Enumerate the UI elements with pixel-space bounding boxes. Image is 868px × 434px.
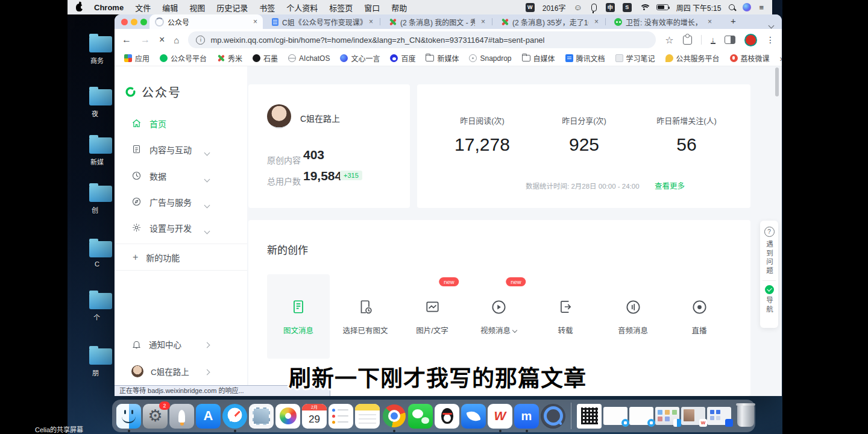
finder-icon[interactable] xyxy=(116,404,141,429)
menu-item-file[interactable]: 文件 xyxy=(135,2,151,13)
menu-item-view[interactable]: 视图 xyxy=(189,2,205,13)
back-button[interactable]: ← xyxy=(122,35,131,45)
mp-logo[interactable]: 公众号 xyxy=(125,83,181,101)
trash-icon[interactable] xyxy=(733,404,758,429)
qq-icon[interactable] xyxy=(435,404,459,429)
bookmark-star-icon[interactable]: ☆ xyxy=(665,34,673,46)
browser-menu-icon[interactable]: ⋮ xyxy=(766,35,775,45)
bookmark-lizhi[interactable]: 荔枝微课 xyxy=(730,53,770,63)
bookmarks-overflow-chevron[interactable]: » xyxy=(780,54,782,63)
profile-photo-avatar[interactable] xyxy=(267,104,291,128)
close-window-button[interactable] xyxy=(121,19,128,25)
bookmark-folder-selfmedia[interactable]: 自媒体 xyxy=(522,53,555,63)
emoji-status-icon[interactable]: ☺ xyxy=(573,3,582,11)
bookmark-snapdrop[interactable]: Snapdrop xyxy=(469,54,511,63)
tab-close-icon[interactable]: × xyxy=(481,17,485,26)
nav-guide-label[interactable]: 导航 xyxy=(764,297,774,314)
apple-menu-icon[interactable] xyxy=(76,4,83,11)
tab-close-icon[interactable]: × xyxy=(253,17,257,26)
url-text[interactable]: mp.weixin.qq.com/cgi-bin/home?t=home/ind… xyxy=(210,36,544,45)
sidebar-item-notifications[interactable]: 通知中心 xyxy=(115,333,247,355)
notes-icon[interactable] xyxy=(355,404,380,429)
thunder-icon[interactable] xyxy=(461,404,486,429)
creation-item-existing[interactable]: 选择已有图文 xyxy=(332,298,398,336)
creation-item-video[interactable]: 视频消息 xyxy=(465,298,532,336)
creation-item-image-text[interactable]: 图片/文字 xyxy=(399,298,465,336)
folder-icon[interactable] xyxy=(89,89,112,105)
zoom-window-button[interactable] xyxy=(140,19,147,25)
new-tab-button[interactable]: + xyxy=(731,16,736,26)
creation-item-repost[interactable]: 转载 xyxy=(532,298,599,336)
creation-item-tuwen[interactable]: 图文消息 xyxy=(265,298,332,336)
tab-weizhe-article[interactable]: 卫哲: 没有效率的增长，是在加 × xyxy=(609,14,717,29)
address-bar[interactable]: i mp.weixin.qq.com/cgi-bin/home?t=home/i… xyxy=(188,31,656,48)
forward-button[interactable]: → xyxy=(140,35,150,45)
creation-item-live[interactable]: 直播 xyxy=(666,298,732,336)
quicktime-icon[interactable] xyxy=(541,404,565,429)
bookmark-apps[interactable]: 应用 xyxy=(124,53,149,63)
wifi-icon[interactable] xyxy=(640,4,649,11)
app-store-icon[interactable]: A xyxy=(196,404,221,429)
tab-search-chevron-icon[interactable] xyxy=(769,19,773,30)
profile-avatar[interactable] xyxy=(744,34,757,46)
bookmark-public-service[interactable]: 公共服务平台 xyxy=(665,53,720,63)
creation-item-audio[interactable]: 音频消息 xyxy=(600,298,666,336)
nav-guide-icon[interactable] xyxy=(765,285,774,294)
tab-writing-course[interactable]: C姐《公众号写作变现课》 × xyxy=(266,14,379,29)
menu-item-edit[interactable]: 编辑 xyxy=(162,2,178,13)
menu-item-tabs[interactable]: 标签页 xyxy=(329,2,353,13)
reminders-icon[interactable] xyxy=(329,404,353,429)
sidebar-item-account[interactable]: C姐在路上 xyxy=(115,360,247,382)
menu-item-history[interactable]: 历史记录 xyxy=(216,2,248,13)
calendar-icon[interactable]: 2月 29 xyxy=(302,404,327,429)
home-button[interactable]: ⌂ xyxy=(174,35,179,45)
bookmark-wenxin[interactable]: 文心一言 xyxy=(340,53,380,63)
minimized-qr-window[interactable] xyxy=(577,404,602,429)
total-users-value[interactable]: 19,584 xyxy=(303,169,342,183)
folder-icon[interactable] xyxy=(89,241,112,257)
tab-gongzhonghao[interactable]: 公众号 × xyxy=(149,14,263,29)
minimized-safari-window[interactable] xyxy=(603,407,627,425)
tab-close-icon[interactable]: × xyxy=(708,17,712,26)
chrome-icon[interactable] xyxy=(382,404,406,429)
page-scrollbar[interactable] xyxy=(775,68,779,96)
bookmark-xiumi[interactable]: 秀米 xyxy=(217,53,242,63)
question-icon[interactable]: ? xyxy=(764,227,775,237)
menu-item-window[interactable]: 窗口 xyxy=(364,2,380,13)
bookmark-mp-platform[interactable]: 公众号平台 xyxy=(160,53,207,63)
sidebar-item-data[interactable]: 数据 xyxy=(115,163,247,189)
sidebar-item-settings[interactable]: 设置与开发 xyxy=(115,215,247,241)
minimized-wps-window[interactable]: W xyxy=(681,407,705,425)
menu-app-name[interactable]: Chrome xyxy=(94,3,124,12)
menu-item-help[interactable]: 帮助 xyxy=(391,2,407,13)
folder-icon[interactable] xyxy=(89,348,112,365)
bookmark-aichatos[interactable]: AIchatOS xyxy=(288,54,330,63)
site-info-icon[interactable]: i xyxy=(196,36,205,45)
bookmark-baidu[interactable]: 百度 xyxy=(390,53,415,63)
menu-clock[interactable]: 周四 下午5:15 xyxy=(676,2,722,13)
bookmark-folder-newmedia[interactable]: 新媒体 xyxy=(426,53,459,63)
launchpad-icon[interactable] xyxy=(169,404,194,429)
folder-icon[interactable] xyxy=(89,186,112,202)
safari-icon[interactable] xyxy=(222,404,247,429)
extensions-icon[interactable] xyxy=(683,36,692,45)
stat-follow[interactable]: 昨日新增关注(人) 56 xyxy=(626,115,747,155)
photos-icon[interactable] xyxy=(275,404,300,429)
input-method-icon[interactable]: 中 xyxy=(606,3,615,12)
mail-icon[interactable] xyxy=(249,404,274,429)
downloads-icon[interactable]: ↓ xyxy=(711,36,716,44)
folder-icon[interactable] xyxy=(89,293,112,309)
side-panel-icon[interactable] xyxy=(725,36,735,44)
tab-close-icon[interactable]: × xyxy=(594,17,599,26)
sidebar-item-ads[interactable]: 广告与服务 xyxy=(115,189,247,215)
minimized-safari-window[interactable] xyxy=(629,407,653,425)
original-content-value[interactable]: 403 xyxy=(303,148,324,162)
minimize-window-button[interactable] xyxy=(131,19,137,25)
wps-office-icon[interactable]: W xyxy=(488,404,512,429)
minimized-meeting-window[interactable] xyxy=(707,407,731,425)
spotlight-search-icon[interactable] xyxy=(729,4,735,10)
tab-xiumi-mytuwen[interactable]: (2 条消息) 我的图文 - 秀米XIU × xyxy=(383,14,491,29)
sogou-icon[interactable]: S xyxy=(623,3,632,12)
menu-item-profiles[interactable]: 个人资料 xyxy=(286,2,318,13)
bookmark-shimo[interactable]: 石墨 xyxy=(253,53,278,63)
